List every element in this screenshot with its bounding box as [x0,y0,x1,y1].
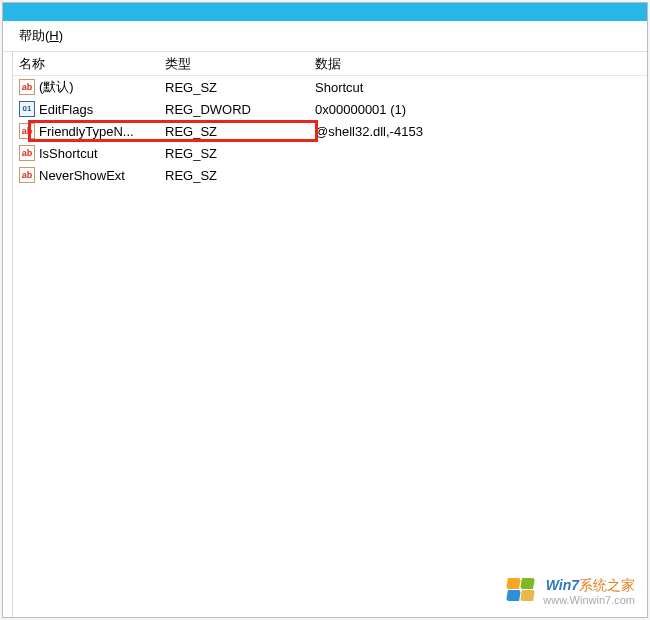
table-row[interactable]: (默认) REG_SZ Shortcut [13,76,647,98]
column-header-type[interactable]: 类型 [159,52,309,75]
titlebar[interactable] [3,3,647,21]
content-area: 名称 类型 数据 (默认) REG_SZ Shortcut EditFlags [3,52,647,617]
menu-help-hotkey: H [49,28,58,43]
value-type: REG_SZ [159,124,309,139]
menu-help[interactable]: 帮助(H) [13,25,69,47]
string-value-icon [19,79,35,95]
value-name: NeverShowExt [39,168,125,183]
value-name: (默认) [39,78,74,96]
string-value-icon [19,167,35,183]
list-pane[interactable]: 名称 类型 数据 (默认) REG_SZ Shortcut EditFlags [13,52,647,617]
menu-help-label: 帮助 [19,28,45,43]
table-row[interactable]: EditFlags REG_DWORD 0x00000001 (1) [13,98,647,120]
menubar: 帮助(H) [3,21,647,52]
string-value-icon [19,123,35,139]
column-header-data[interactable]: 数据 [309,52,647,75]
value-type: REG_SZ [159,146,309,161]
rows-container: (默认) REG_SZ Shortcut EditFlags REG_DWORD… [13,76,647,186]
value-type: REG_SZ [159,80,309,95]
column-header-name[interactable]: 名称 [13,52,159,75]
column-headers: 名称 类型 数据 [13,52,647,76]
table-row[interactable]: NeverShowExt REG_SZ [13,164,647,186]
string-value-icon [19,145,35,161]
value-name: IsShortcut [39,146,98,161]
value-data: @shell32.dll,-4153 [309,124,647,139]
value-name: EditFlags [39,102,93,117]
table-row[interactable]: FriendlyTypeN... REG_SZ @shell32.dll,-41… [13,120,647,142]
value-type: REG_SZ [159,168,309,183]
binary-value-icon [19,101,35,117]
table-row[interactable]: IsShortcut REG_SZ [13,142,647,164]
tree-pane[interactable] [3,52,13,617]
value-data: Shortcut [309,80,647,95]
window: 帮助(H) 名称 类型 数据 (默认) REG_SZ Shortcut [2,2,648,618]
value-type: REG_DWORD [159,102,309,117]
value-data: 0x00000001 (1) [309,102,647,117]
value-name: FriendlyTypeN... [39,124,134,139]
